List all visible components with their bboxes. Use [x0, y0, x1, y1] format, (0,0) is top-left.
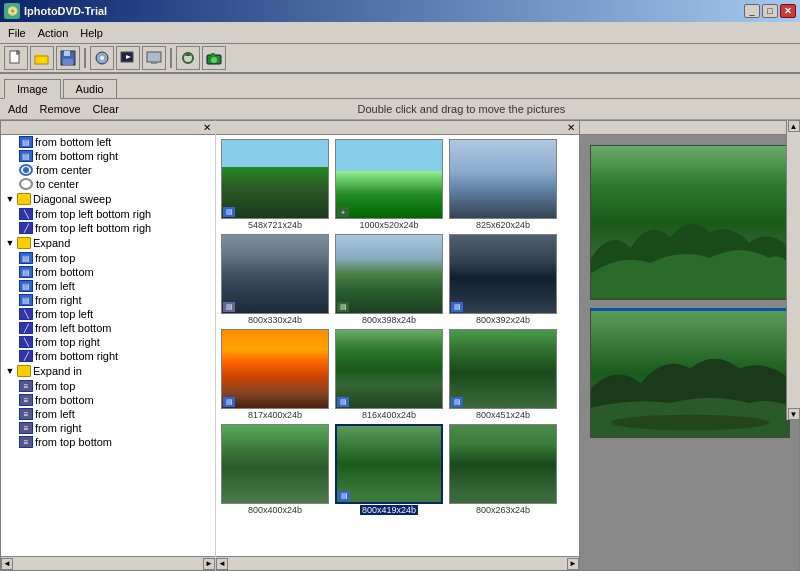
center-scroll-left[interactable]: ◄ — [216, 558, 228, 570]
image-cell-5[interactable]: ▤ 800x398x24b — [334, 234, 444, 325]
image-grid[interactable]: ▤ 548x721x24b + 1000x520x24b 825x620x24b — [216, 135, 579, 556]
image-cell-9[interactable]: ▤ 800x451x24b — [448, 329, 558, 420]
image-thumb-3[interactable] — [449, 139, 557, 219]
right-scroll-up[interactable]: ▲ — [788, 120, 800, 132]
tree-item-expin-bottom[interactable]: ≡ from bottom — [1, 393, 215, 407]
image-cell-1[interactable]: ▤ 548x721x24b — [220, 139, 330, 230]
image-thumb-7[interactable]: ▤ — [221, 329, 329, 409]
image-thumb-12[interactable] — [449, 424, 557, 504]
tree-label-exp-left: from left — [35, 280, 75, 292]
clear-button[interactable]: Clear — [93, 103, 119, 115]
tree-item-bottom-right[interactable]: ▤ from bottom right — [1, 149, 215, 163]
tree-item-exp-topleft[interactable]: ╲ from top left — [1, 307, 215, 321]
image-cell-8[interactable]: ▤ 816x400x24b — [334, 329, 444, 420]
tree-item-exp-bottom[interactable]: ▤ from bottom — [1, 265, 215, 279]
image-thumb-5[interactable]: ▤ — [335, 234, 443, 314]
tab-audio[interactable]: Audio — [63, 79, 117, 98]
left-panel-close[interactable]: ✕ — [203, 122, 211, 133]
svg-point-16 — [211, 57, 217, 63]
hscroll-track[interactable] — [13, 559, 203, 569]
preview-button[interactable] — [116, 46, 140, 70]
image-cell-10[interactable]: 800x400x24b — [220, 424, 330, 515]
tree-item-expandin[interactable]: ▼ Expand in — [1, 363, 215, 379]
right-scroll-down[interactable]: ▼ — [788, 408, 800, 420]
center-panel-close[interactable]: ✕ — [567, 122, 575, 133]
image-thumb-2[interactable]: + — [335, 139, 443, 219]
scroll-left[interactable]: ◄ — [1, 558, 13, 570]
image-thumb-4[interactable]: ▤ — [221, 234, 329, 314]
folder-icon-expand — [17, 237, 31, 249]
effect-icon-diag2: ╱ — [19, 222, 33, 234]
new-button[interactable] — [4, 46, 28, 70]
tree-item-expand[interactable]: ▼ Expand — [1, 235, 215, 251]
tree-label-diag1: from top left bottom righ — [35, 208, 151, 220]
image-label-1: 548x721x24b — [248, 220, 302, 230]
image-cell-12[interactable]: 800x263x24b — [448, 424, 558, 515]
tree-item-exp-topright[interactable]: ╲ from top right — [1, 335, 215, 349]
tree-area[interactable]: ▤ from bottom left ▤ from bottom right f… — [1, 135, 215, 556]
app-icon: 📀 — [4, 3, 20, 19]
image-thumb-6[interactable]: ▤ — [449, 234, 557, 314]
menu-help[interactable]: Help — [74, 25, 109, 41]
preview-image-1 — [590, 145, 790, 300]
tree-item-diag2[interactable]: ╱ from top left bottom righ — [1, 221, 215, 235]
tree-item-expin-top[interactable]: ≡ from top — [1, 379, 215, 393]
add-button[interactable]: Add — [8, 103, 28, 115]
left-panel-hscroll[interactable]: ◄ ► — [1, 556, 215, 570]
image-cell-6[interactable]: ▤ 800x392x24b — [448, 234, 558, 325]
tree-item-expin-left[interactable]: ≡ from left — [1, 407, 215, 421]
save-button[interactable] — [56, 46, 80, 70]
tree-item-exp-right[interactable]: ▤ from right — [1, 293, 215, 307]
tree-item-expin-right[interactable]: ≡ from right — [1, 421, 215, 435]
tree-item-exp-top[interactable]: ▤ from top — [1, 251, 215, 265]
tree-item-center[interactable]: from center — [1, 163, 215, 177]
image-thumb-11[interactable]: ▤ — [335, 424, 443, 504]
close-button[interactable]: ✕ — [780, 4, 796, 18]
image-cell-7[interactable]: ▤ 817x400x24b — [220, 329, 330, 420]
tree-item-exp-bottomright[interactable]: ╱ from bottom right — [1, 349, 215, 363]
right-vscroll-track[interactable] — [789, 132, 799, 408]
image-thumb-1[interactable]: ▤ — [221, 139, 329, 219]
tree-item-expin-topbottom[interactable]: ≡ from top bottom — [1, 435, 215, 449]
image-row-4: 800x400x24b ▤ 800x419x24b 800x263x24b — [220, 424, 575, 515]
minimize-button[interactable]: _ — [744, 4, 760, 18]
image-cell-2[interactable]: + 1000x520x24b — [334, 139, 444, 230]
tree-item-exp-left[interactable]: ▤ from left — [1, 279, 215, 293]
center-scroll-right[interactable]: ► — [567, 558, 579, 570]
tree-label-exp-bottomleft: from left bottom — [35, 322, 111, 334]
image-thumb-8[interactable]: ▤ — [335, 329, 443, 409]
tree-item-bottom-left[interactable]: ▤ from bottom left — [1, 135, 215, 149]
menu-action[interactable]: Action — [32, 25, 75, 41]
scroll-right[interactable]: ► — [203, 558, 215, 570]
maximize-button[interactable]: □ — [762, 4, 778, 18]
image-cell-4[interactable]: ▤ 800x330x24b — [220, 234, 330, 325]
right-panel-vscroll[interactable]: ▲ ▼ — [786, 120, 800, 420]
tree-item-exp-bottomleft[interactable]: ╱ from left bottom — [1, 321, 215, 335]
tree-label-expin-left: from left — [35, 408, 75, 420]
image-thumb-10[interactable] — [221, 424, 329, 504]
tree-label-expin-top: from top — [35, 380, 75, 392]
center-panel-hscroll[interactable]: ◄ ► — [216, 556, 579, 570]
tree-item-diagonal[interactable]: ▼ Diagonal sweep — [1, 191, 215, 207]
menu-file[interactable]: File — [2, 25, 32, 41]
remove-button[interactable]: Remove — [40, 103, 81, 115]
image-label-6: 800x392x24b — [476, 315, 530, 325]
image-cell-3[interactable]: 825x620x24b — [448, 139, 558, 230]
tab-bar: Image Audio — [0, 74, 800, 99]
thumb-icon-1: ▤ — [223, 207, 235, 217]
image-thumb-9[interactable]: ▤ — [449, 329, 557, 409]
burn-button[interactable] — [90, 46, 114, 70]
tree-label-to-center: to center — [36, 178, 79, 190]
tree-item-diag1[interactable]: ╲ from top left bottom righ — [1, 207, 215, 221]
refresh-button[interactable] — [176, 46, 200, 70]
tab-image[interactable]: Image — [4, 79, 61, 99]
camera-button[interactable] — [202, 46, 226, 70]
screen-button[interactable] — [142, 46, 166, 70]
thumb-icon-9: ▤ — [451, 397, 463, 407]
tree-item-to-center[interactable]: to center — [1, 177, 215, 191]
center-hscroll-track[interactable] — [228, 559, 567, 569]
effect-icon-expbottom: ▤ — [19, 266, 33, 278]
open-button[interactable] — [30, 46, 54, 70]
tree-label-diagonal: Diagonal sweep — [33, 193, 111, 205]
image-cell-11[interactable]: ▤ 800x419x24b — [334, 424, 444, 515]
